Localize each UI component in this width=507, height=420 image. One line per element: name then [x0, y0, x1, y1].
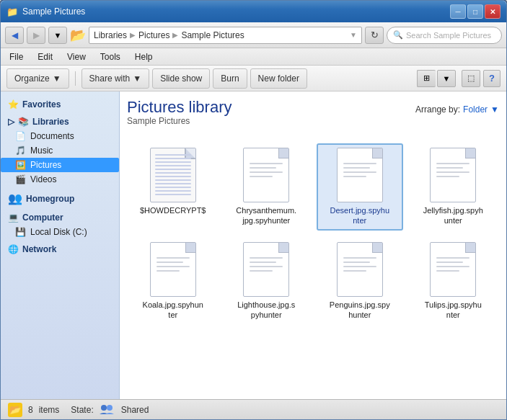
doc-line: [343, 262, 370, 263]
doc-line: [155, 172, 191, 174]
slide-show-button[interactable]: Slide show: [152, 68, 210, 89]
status-bar: 📂 8 items State: Shared: [1, 399, 506, 419]
file-item[interactable]: Lighthouse.jpg.spyhunter: [224, 238, 310, 325]
nav-dropdown-button[interactable]: ▼: [48, 27, 67, 44]
doc-lines-container: [156, 257, 190, 272]
maximize-button[interactable]: □: [467, 4, 483, 19]
breadcrumb-libraries[interactable]: Libraries: [94, 30, 127, 40]
file-item[interactable]: Koala.jpg.spyhunter: [130, 238, 216, 325]
search-bar[interactable]: 🔍 Search Sample Pictures: [387, 27, 502, 44]
favorites-icon: ⭐: [8, 99, 19, 110]
sidebar-item-pictures[interactable]: 🖼️ Pictures: [1, 158, 119, 172]
doc-line: [250, 262, 276, 263]
file-item[interactable]: Jellyfish.jpg.spyhunter: [410, 143, 497, 231]
network-header[interactable]: 🌐 Network: [1, 242, 119, 256]
file-item[interactable]: Penguins.jpg.spyhunter: [317, 238, 403, 325]
back-button[interactable]: ◀: [5, 27, 24, 44]
computer-label: Computer: [22, 213, 63, 223]
title-bar-left: 📁 Sample Pictures: [6, 6, 85, 17]
sidebar-item-local-disk[interactable]: 💾 Local Disk (C:): [1, 225, 119, 239]
breadcrumb-bar[interactable]: Libraries ▶ Pictures ▶ Sample Pictures ▼: [89, 27, 362, 44]
sidebar-item-documents[interactable]: 📄 Documents: [1, 129, 119, 143]
breadcrumb-sample-pictures[interactable]: Sample Pictures: [181, 30, 244, 40]
breadcrumb-arrow: ▼: [350, 31, 357, 39]
menu-view[interactable]: View: [64, 50, 89, 63]
organize-label: Organize: [14, 73, 50, 84]
folder-status-icon: 📂: [8, 403, 22, 417]
arrange-dropdown-icon[interactable]: ▼: [490, 104, 499, 115]
menu-tools[interactable]: Tools: [97, 50, 123, 63]
search-placeholder: Search Sample Pictures: [406, 31, 491, 40]
file-item[interactable]: Tulips.jpg.spyhunter: [410, 238, 497, 325]
libraries-header[interactable]: ▷ 📚 Libraries: [1, 115, 119, 129]
help-button[interactable]: ?: [483, 70, 501, 87]
doc-line: [436, 262, 463, 263]
burn-button[interactable]: Burn: [213, 68, 247, 89]
refresh-button[interactable]: ↻: [365, 27, 384, 44]
doc-line: [343, 167, 370, 169]
sidebar-section-favorites: ⭐ Favorites: [1, 97, 119, 112]
organize-button[interactable]: Organize ▼: [6, 68, 69, 89]
sidebar-item-videos[interactable]: 🎬 Videos: [1, 172, 119, 187]
doc-line: [155, 187, 191, 188]
shared-icon: [100, 404, 115, 416]
close-button[interactable]: ✕: [485, 4, 501, 19]
libraries-expand-icon: ▷: [8, 117, 14, 127]
sidebar-section-network: 🌐 Network: [1, 242, 119, 256]
doc-line: [155, 169, 191, 170]
local-disk-label: Local Disk (C:): [30, 227, 87, 237]
sidebar-item-music[interactable]: 🎵 Music: [1, 143, 119, 158]
doc-line: [155, 176, 191, 177]
doc-line: [155, 154, 191, 156]
minimize-button[interactable]: ─: [450, 4, 466, 19]
network-icon: 🌐: [8, 244, 19, 254]
doc-line: [436, 257, 469, 259]
share-with-button[interactable]: Share with ▼: [81, 68, 150, 89]
menu-edit[interactable]: Edit: [35, 50, 56, 63]
doc-lines-container: [155, 154, 191, 195]
preview-pane-button[interactable]: ⬚: [462, 70, 480, 87]
libraries-label: Libraries: [32, 117, 69, 127]
music-label: Music: [30, 146, 53, 156]
doc-line: [436, 163, 469, 164]
pictures-label: Pictures: [30, 160, 61, 170]
computer-icon: 💻: [8, 213, 19, 223]
new-folder-button[interactable]: New folder: [250, 68, 307, 89]
menu-file[interactable]: File: [6, 50, 26, 63]
window-controls: ─ □ ✕: [450, 4, 501, 19]
file-item[interactable]: $HOWDECRYPT$: [130, 143, 216, 231]
libraries-icon: 📚: [18, 117, 29, 127]
breadcrumb-pictures[interactable]: Pictures: [138, 30, 169, 40]
favorites-label: Favorites: [22, 99, 61, 110]
documents-icon: 📄: [15, 131, 26, 141]
homegroup-header[interactable]: 👥 Homegroup: [1, 189, 119, 207]
view-list-button[interactable]: ⊞: [417, 70, 436, 87]
doc-fold: [372, 243, 382, 253]
arrange-by-link[interactable]: Folder: [463, 104, 488, 115]
file-item[interactable]: Desert.jpg.spyhunter: [317, 143, 403, 231]
forward-button[interactable]: ▶: [27, 27, 45, 44]
doc-lines-container: [436, 257, 469, 272]
file-area: Pictures library Sample Pictures Arrange…: [120, 91, 506, 399]
favorites-header[interactable]: ⭐ Favorites: [1, 97, 119, 112]
view-dropdown-button[interactable]: ▼: [437, 70, 456, 87]
title-bar: 📁 Sample Pictures ─ □ ✕: [1, 1, 506, 22]
doc-line: [156, 262, 183, 263]
library-subtitle: Sample Pictures: [127, 116, 232, 126]
doc-line: [436, 176, 459, 177]
doc-fold: [465, 243, 475, 253]
doc-fold: [185, 148, 195, 158]
doc-fold: [185, 243, 195, 253]
computer-header[interactable]: 💻 Computer: [1, 210, 119, 225]
homegroup-icon: 👥: [8, 192, 22, 205]
doc-line: [156, 270, 180, 272]
doc-lines-container: [250, 257, 283, 272]
music-icon: 🎵: [15, 146, 26, 156]
file-icon: [430, 242, 476, 297]
sidebar-section-homegroup: 👥 Homegroup: [1, 189, 119, 207]
file-icon: [243, 242, 289, 297]
file-icon: [430, 148, 476, 202]
menu-help[interactable]: Help: [132, 50, 156, 63]
file-item[interactable]: Chrysanthemum.jpg.spyhunter: [224, 143, 310, 231]
file-name: Penguins.jpg.spyhunter: [330, 300, 390, 321]
